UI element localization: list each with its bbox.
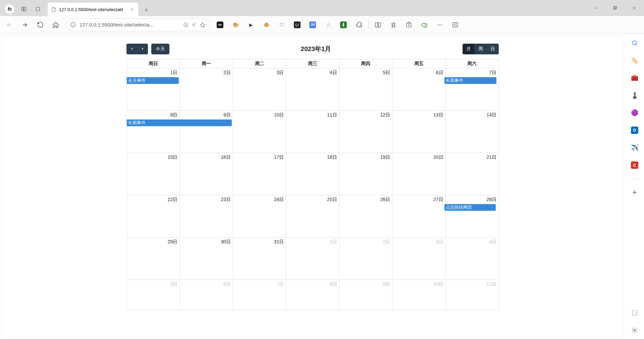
extension-4[interactable]: 🐵 [259, 18, 274, 32]
calendar-day-cell[interactable]: 9日 [339, 280, 392, 310]
extension-3[interactable]: ▶ [244, 18, 258, 32]
day-number: 4日 [286, 68, 339, 77]
calendar-day-cell[interactable]: 2日 [180, 68, 233, 111]
profile-button[interactable]: fc [3, 2, 17, 16]
view-month-button[interactable]: 月 [463, 44, 475, 54]
extension-1[interactable]: •• [213, 18, 227, 32]
more-button[interactable] [432, 18, 447, 32]
sidebar-tools[interactable]: 🧰 [631, 74, 639, 82]
calendar-day-cell[interactable]: 16日 [180, 153, 233, 195]
sidebar-settings[interactable] [631, 326, 639, 334]
extension-7[interactable]: JH [305, 18, 320, 32]
sidebar-add[interactable] [631, 188, 639, 196]
collections-button[interactable] [401, 18, 416, 32]
workspaces-button[interactable] [17, 2, 31, 16]
extension-2[interactable]: 🎨 [228, 18, 243, 32]
calendar-day-cell[interactable]: 25日 [286, 195, 339, 238]
tab-close-button[interactable] [129, 7, 135, 12]
calendar-day-cell[interactable]: 1日全天事件长期事件 [127, 68, 180, 111]
view-day-button[interactable]: 日 [487, 44, 499, 54]
tag-icon: 🏷️ [631, 57, 638, 64]
calendar-day-cell[interactable]: 27日 [392, 195, 445, 238]
extensions-button[interactable] [352, 18, 366, 32]
calendar-day-cell[interactable]: 5日 [339, 68, 392, 111]
calendar-event[interactable]: 全天事件 [127, 77, 179, 84]
calendar-day-cell[interactable]: 3日 [233, 68, 286, 111]
favorite-icon[interactable] [200, 22, 206, 28]
calendar-day-cell[interactable]: 26日 [339, 195, 392, 238]
calendar-day-cell[interactable]: 2日 [339, 238, 392, 280]
calendar-day-cell[interactable]: 10日 [392, 280, 445, 310]
calendar-day-cell[interactable]: 20日 [392, 153, 445, 195]
calendar-day-cell[interactable]: 9日 [180, 111, 233, 153]
view-week-button[interactable]: 周 [475, 44, 487, 54]
calendar-day-cell[interactable]: 13日 [392, 111, 445, 153]
text-size-indicator[interactable]: Aⁿ [192, 22, 196, 27]
calendar-day-cell[interactable]: 10日 [233, 111, 286, 153]
favorites-button[interactable] [386, 18, 401, 32]
calendar-day-cell[interactable]: 17日 [233, 153, 286, 195]
window-maximize-button[interactable] [605, 0, 625, 16]
sidebar-app-c[interactable]: C [631, 161, 639, 169]
zoom-out-icon[interactable] [183, 22, 189, 28]
tab-actions-button[interactable] [31, 2, 45, 16]
page-scroll[interactable]: 今天 2023年1月 月 周 日 [2, 36, 623, 337]
today-button[interactable]: 今天 [151, 44, 169, 54]
sidebar-send[interactable]: ✈️ [631, 144, 639, 152]
extension-8[interactable]: ⋀ [321, 18, 335, 32]
nav-back-button[interactable] [2, 18, 17, 32]
calendar-day-cell[interactable]: 19日 [339, 153, 392, 195]
calendar-day-cell[interactable]: 4日 [286, 68, 339, 111]
calendar-day-cell[interactable]: 6日 [392, 68, 445, 111]
calendar-day-cell[interactable]: 24日 [233, 195, 286, 238]
calendar-day-cell[interactable]: 3日 [392, 238, 445, 280]
sidebar-toggle-button[interactable] [448, 18, 463, 32]
calendar-day-cell[interactable]: 18日 [286, 153, 339, 195]
extension-6[interactable]: L! [290, 18, 305, 32]
sidebar-screenshot[interactable] [631, 309, 639, 317]
calendar-day-cell[interactable]: 11日 [445, 280, 498, 310]
calendar-day-cell[interactable]: 8日长期事件 [127, 111, 180, 153]
sidebar-shopping[interactable]: 🏷️ [631, 56, 639, 64]
calendar-day-cell[interactable]: 6日 [180, 280, 233, 310]
calendar-day-cell[interactable]: 22日点击跳转网页 [127, 195, 180, 238]
svg-point-12 [439, 24, 440, 25]
performance-button[interactable] [417, 18, 432, 32]
browser-tab-active[interactable]: 127.0.0.1:5500/test-site/selectabl [48, 3, 138, 16]
sidebar-office[interactable]: 🟣 [631, 109, 639, 117]
calendar-day-cell[interactable]: 28日 [445, 195, 498, 238]
new-tab-button[interactable] [140, 4, 152, 16]
calendar-day-cell[interactable]: 21日 [445, 153, 498, 195]
calendar-day-cell[interactable]: 5日 [127, 280, 180, 310]
sidebar-outlook[interactable]: O [631, 126, 639, 134]
nav-forward-button[interactable] [17, 18, 32, 32]
calendar-day-cell[interactable]: 7日 [233, 280, 286, 310]
calendar-day-cell[interactable]: 14日 [445, 111, 498, 153]
calendar-day-cell[interactable]: 8日 [286, 280, 339, 310]
sidebar-games[interactable]: ♟️ [631, 91, 639, 99]
nav-refresh-button[interactable] [33, 18, 48, 32]
sidebar-search[interactable] [631, 39, 639, 47]
window-minimize-button[interactable] [586, 0, 605, 16]
window-close-button[interactable] [625, 0, 644, 16]
calendar-day-cell[interactable]: 12日 [339, 111, 392, 153]
calendar-day-cell[interactable]: 11日 [286, 111, 339, 153]
calendar-day-cell[interactable]: 15日 [127, 153, 180, 195]
extension-9[interactable]: ⬇ [336, 18, 351, 32]
prev-button[interactable] [126, 44, 137, 54]
next-button[interactable] [137, 44, 148, 54]
tab-actions-icon [35, 6, 41, 12]
calendar-day-cell[interactable]: 29日 [127, 238, 180, 280]
calendar-day-cell[interactable]: 23日 [180, 195, 233, 238]
split-screen-button[interactable] [371, 18, 385, 32]
nav-home-button[interactable] [48, 18, 63, 32]
day-number: 9日 [180, 111, 232, 119]
calendar-day-cell[interactable]: 1日 [286, 238, 339, 280]
day-number: 12日 [339, 111, 392, 119]
calendar-day-cell[interactable]: 30日 [180, 238, 233, 280]
address-bar[interactable]: 127.0.0.1:5500/test-site/selecta... Aⁿ [66, 18, 210, 31]
calendar-day-cell[interactable]: 4日 [445, 238, 498, 280]
calendar-day-cell[interactable]: 7日 [445, 68, 498, 111]
calendar-day-cell[interactable]: 31日 [233, 238, 286, 280]
extension-5[interactable]: 🛡 [274, 18, 289, 32]
